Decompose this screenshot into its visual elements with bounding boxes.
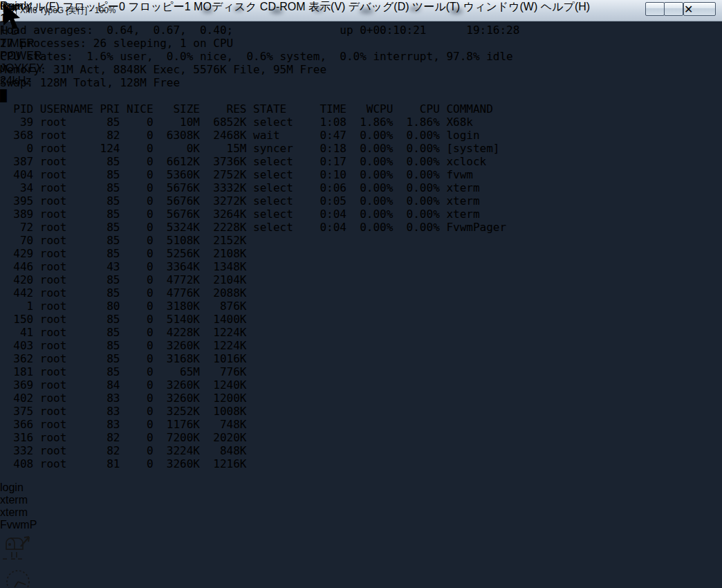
xbiff-widget[interactable] (0, 531, 519, 566)
mailbox-icon (0, 531, 35, 563)
minimize-button[interactable] (645, 2, 665, 16)
timer-indicator: TIMER (0, 37, 44, 50)
maximize-button[interactable] (664, 2, 683, 16)
close-icon: ✕ (684, 3, 715, 16)
pager-mini-xterm2[interactable]: xterm (0, 506, 519, 519)
login-content[interactable]: load averages: 0.64, 0.67, 0.40; up 0+00… (0, 24, 519, 470)
emulator-screen[interactable]: login load averages: 0.64, 0.67, 0.40; u… (0, 0, 519, 588)
power-indicator: POWER (0, 50, 44, 62)
fvwm-pager[interactable]: login xterm xterm FvwmP (0, 481, 519, 531)
statusbar: Ready 0 1 H D TIMER POWER JOYKEY 24kHz (0, 0, 44, 87)
joykey-indicator: JOYKEY (0, 62, 44, 75)
process-list: load averages: 0.64, 0.67, 0.40; up 0+00… (0, 24, 519, 470)
status-message: Ready (0, 0, 32, 12)
pager-mini-xterm[interactable]: xterm (0, 494, 519, 506)
login-window: login load averages: 0.64, 0.67, 0.40; u… (0, 0, 519, 470)
xclock-widget[interactable] (0, 566, 519, 588)
pager-mini-login[interactable]: login (0, 481, 519, 494)
menu-help[interactable]: ヘルプ(H) (541, 1, 590, 12)
login-titlebar[interactable]: login (0, 0, 519, 12)
hd-indicator: H D (0, 25, 44, 37)
close-button[interactable]: ✕ (683, 2, 716, 16)
khz-indicator: 24kHz (0, 75, 44, 87)
floppy-drive1-panel[interactable]: 1 (0, 12, 44, 25)
clock-icon (0, 566, 36, 588)
pager-mini-fvwmpager[interactable]: FvwmP (0, 519, 519, 531)
